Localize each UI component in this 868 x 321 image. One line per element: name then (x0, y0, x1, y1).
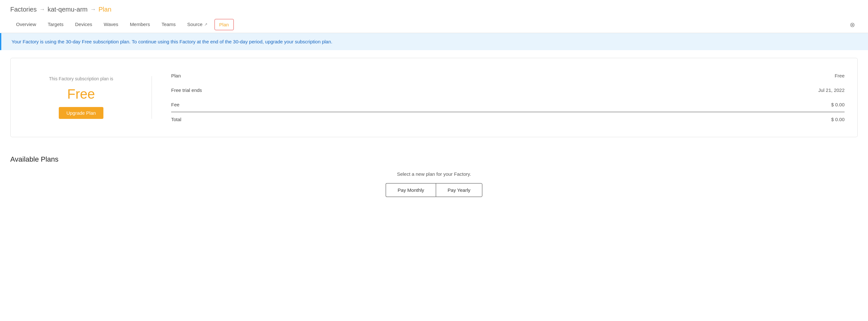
plan-subtitle: This Factory subscription plan is (49, 76, 113, 81)
available-plans-section: Available Plans Select a new plan for yo… (0, 155, 868, 210)
navigation: Overview Targets Devices Waves Members T… (0, 17, 868, 33)
settings-icon[interactable]: ⊗ (847, 18, 858, 31)
pay-yearly-button[interactable]: Pay Yearly (436, 183, 482, 197)
total-label: Total (171, 117, 181, 122)
plan-right-section: Plan Free Free trial ends Jul 21, 2022 F… (152, 68, 844, 126)
breadcrumb-arrow-2: → (90, 6, 96, 13)
plan-detail-plan: Plan Free (171, 68, 844, 83)
plan-detail-fee: Fee $ 0.00 (171, 97, 844, 112)
plan-label: Plan (171, 73, 181, 79)
upgrade-plan-button[interactable]: Upgrade Plan (59, 107, 104, 119)
plans-select-section: Select a new plan for your Factory. Pay … (10, 171, 858, 197)
trial-label: Free trial ends (171, 87, 202, 93)
breadcrumb: Factories → kat-qemu-arm → Plan (0, 0, 868, 17)
nav-devices[interactable]: Devices (69, 17, 98, 32)
plan-value: Free (835, 73, 844, 79)
main-content: This Factory subscription plan is Free U… (0, 50, 868, 155)
fee-value: $ 0.00 (831, 102, 844, 107)
plan-name: Free (67, 86, 95, 102)
trial-value: Jul 21, 2022 (818, 87, 844, 93)
plan-detail-trial: Free trial ends Jul 21, 2022 (171, 83, 844, 97)
breadcrumb-factories[interactable]: Factories (10, 6, 37, 13)
breadcrumb-factory-name[interactable]: kat-qemu-arm (48, 6, 87, 13)
external-link-icon: ↗ (204, 22, 208, 27)
fee-label: Fee (171, 102, 180, 107)
nav-members[interactable]: Members (124, 17, 156, 32)
banner-text: Your Factory is using the 30-day Free su… (11, 39, 332, 45)
nav-source[interactable]: Source ↗ (181, 17, 213, 32)
plan-detail-total: Total $ 0.00 (171, 112, 844, 126)
available-plans-title: Available Plans (10, 155, 858, 164)
breadcrumb-current: Plan (99, 6, 112, 13)
plans-select-label: Select a new plan for your Factory. (397, 171, 471, 177)
nav-teams[interactable]: Teams (156, 17, 181, 32)
total-value: $ 0.00 (831, 117, 844, 122)
nav-waves[interactable]: Waves (98, 17, 124, 32)
nav-plan[interactable]: Plan (215, 19, 234, 30)
breadcrumb-arrow-1: → (39, 6, 45, 13)
pay-buttons-group: Pay Monthly Pay Yearly (386, 183, 482, 197)
pay-monthly-button[interactable]: Pay Monthly (386, 183, 436, 197)
nav-overview[interactable]: Overview (10, 17, 42, 32)
nav-targets[interactable]: Targets (42, 17, 69, 32)
plan-left-section: This Factory subscription plan is Free U… (24, 76, 152, 119)
current-plan-card: This Factory subscription plan is Free U… (10, 58, 858, 137)
subscription-banner: Your Factory is using the 30-day Free su… (0, 33, 868, 50)
